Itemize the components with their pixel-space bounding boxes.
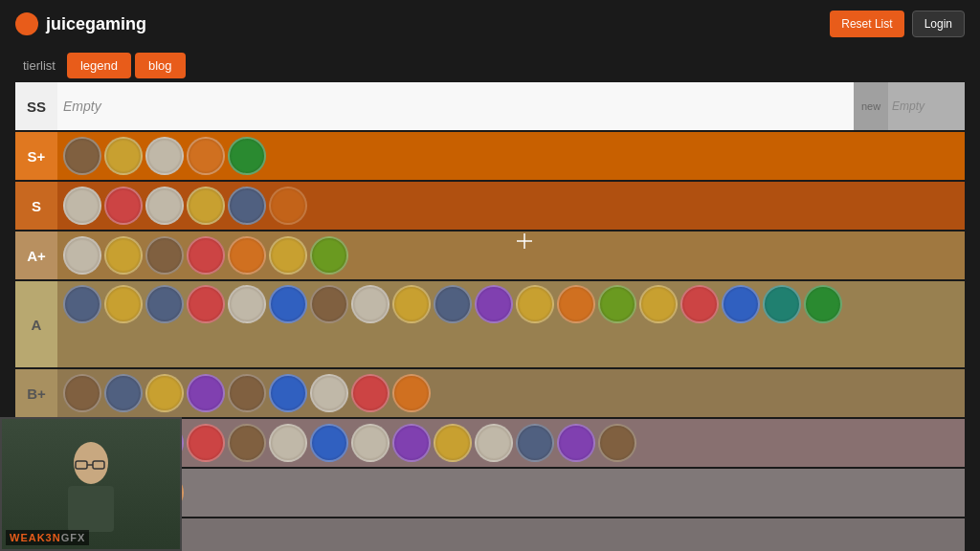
login-button[interactable]: Login bbox=[912, 11, 965, 37]
tier-label-a: A bbox=[15, 281, 57, 367]
hero-avatar[interactable] bbox=[145, 236, 184, 275]
ss-empty-text: Empty bbox=[63, 99, 101, 114]
hero-avatar[interactable] bbox=[310, 236, 348, 275]
tier-content-d[interactable] bbox=[57, 518, 965, 551]
hero-avatar[interactable] bbox=[804, 285, 842, 323]
hero-avatar[interactable] bbox=[187, 137, 225, 175]
hero-avatar[interactable] bbox=[228, 374, 266, 412]
tier-label-s: S bbox=[15, 182, 57, 230]
nav-legend[interactable]: legend bbox=[67, 53, 131, 78]
hero-avatar[interactable] bbox=[104, 187, 143, 225]
hero-avatar[interactable] bbox=[63, 285, 101, 323]
hero-avatar[interactable] bbox=[392, 374, 431, 412]
logo: juicegaming bbox=[15, 12, 146, 35]
svg-point-0 bbox=[74, 442, 108, 484]
tier-content-s[interactable] bbox=[57, 182, 965, 230]
hero-avatar[interactable] bbox=[639, 285, 678, 323]
hero-avatar[interactable] bbox=[598, 424, 636, 462]
hero-avatar[interactable] bbox=[228, 424, 266, 462]
tier-content-c[interactable] bbox=[57, 469, 965, 517]
tier-content-bp[interactable] bbox=[57, 369, 965, 417]
tier-new-label-ss: new bbox=[854, 82, 888, 130]
hero-avatar[interactable] bbox=[104, 374, 143, 412]
logo-text: juicegaming bbox=[46, 14, 146, 34]
hero-avatar[interactable] bbox=[187, 236, 225, 275]
ss-new-empty: Empty bbox=[892, 99, 924, 113]
hero-avatar[interactable] bbox=[104, 236, 143, 275]
hero-avatar[interactable] bbox=[392, 424, 431, 462]
hero-avatar[interactable] bbox=[351, 424, 390, 462]
hero-avatar[interactable] bbox=[434, 424, 472, 462]
hero-avatar[interactable] bbox=[228, 236, 266, 275]
reset-button[interactable]: Reset List bbox=[830, 11, 903, 37]
hero-avatar[interactable] bbox=[187, 187, 225, 225]
tier-row-ss: SS Empty new Empty bbox=[15, 82, 965, 130]
hero-avatar[interactable] bbox=[310, 424, 348, 462]
hero-avatar[interactable] bbox=[680, 285, 719, 323]
hero-avatar[interactable] bbox=[722, 285, 760, 323]
tier-content-a[interactable] bbox=[57, 281, 965, 367]
hero-avatar[interactable] bbox=[187, 424, 225, 462]
hero-avatar[interactable] bbox=[63, 187, 101, 225]
tier-new-content-ss[interactable]: Empty bbox=[888, 82, 965, 130]
header-buttons: Reset List Login bbox=[830, 11, 965, 37]
header: juicegaming Reset List Login bbox=[0, 0, 980, 48]
tier-content-ss[interactable]: Empty bbox=[57, 82, 854, 130]
hero-avatar[interactable] bbox=[434, 285, 472, 323]
hero-avatar[interactable] bbox=[475, 424, 513, 462]
tier-row-sp: S+ bbox=[15, 132, 965, 180]
hero-avatar[interactable] bbox=[63, 374, 101, 412]
tier-label-ap: A+ bbox=[15, 231, 57, 279]
hero-avatar[interactable] bbox=[351, 374, 390, 412]
nav-bar: tierlist legend blog bbox=[0, 48, 980, 82]
hero-avatar[interactable] bbox=[145, 374, 184, 412]
hero-avatar[interactable] bbox=[228, 187, 266, 225]
tier-row-ap: A+ bbox=[15, 231, 965, 279]
hero-avatar[interactable] bbox=[187, 285, 225, 323]
hero-avatar[interactable] bbox=[392, 285, 431, 323]
hero-avatar[interactable] bbox=[351, 285, 390, 323]
webcam-overlay: WEAK3NGFX bbox=[0, 417, 182, 551]
hero-avatar[interactable] bbox=[104, 137, 143, 175]
hero-avatar[interactable] bbox=[475, 285, 513, 323]
hero-avatar[interactable] bbox=[145, 285, 184, 323]
hero-avatar[interactable] bbox=[598, 285, 636, 323]
tier-content-b[interactable] bbox=[57, 419, 965, 467]
hero-avatar[interactable] bbox=[310, 374, 348, 412]
hero-avatar[interactable] bbox=[63, 137, 101, 175]
flame-icon bbox=[15, 12, 38, 35]
hero-avatar[interactable] bbox=[228, 285, 266, 323]
hero-avatar[interactable] bbox=[557, 285, 595, 323]
hero-avatar[interactable] bbox=[228, 137, 266, 175]
hero-avatar[interactable] bbox=[763, 285, 801, 323]
nav-blog[interactable]: blog bbox=[135, 53, 186, 78]
webcam-name-label: WEAK3NGFX bbox=[6, 530, 89, 545]
hero-avatar[interactable] bbox=[269, 285, 307, 323]
tier-content-ap[interactable] bbox=[57, 231, 965, 279]
person-silhouette bbox=[53, 436, 129, 532]
hero-avatar[interactable] bbox=[269, 236, 307, 275]
hero-avatar[interactable] bbox=[104, 285, 143, 323]
tier-row-bp: B+ bbox=[15, 369, 965, 417]
hero-avatar[interactable] bbox=[187, 374, 225, 412]
tier-right-ss: new Empty bbox=[854, 82, 965, 130]
hero-avatar[interactable] bbox=[145, 137, 184, 175]
tier-label-sp: S+ bbox=[15, 132, 57, 180]
hero-avatar[interactable] bbox=[145, 187, 184, 225]
tier-row-a: A bbox=[15, 281, 965, 367]
tier-content-sp[interactable] bbox=[57, 132, 965, 180]
hero-avatar[interactable] bbox=[557, 424, 595, 462]
hero-avatar[interactable] bbox=[516, 424, 554, 462]
tier-label-ss: SS bbox=[15, 82, 57, 130]
hero-avatar[interactable] bbox=[269, 424, 307, 462]
svg-rect-1 bbox=[68, 486, 114, 532]
nav-tierlist-label[interactable]: tierlist bbox=[15, 53, 63, 78]
hero-avatar[interactable] bbox=[269, 187, 307, 225]
hero-avatar[interactable] bbox=[516, 285, 554, 323]
hero-avatar[interactable] bbox=[63, 236, 101, 275]
tier-label-bp: B+ bbox=[15, 369, 57, 417]
tier-row-s: S bbox=[15, 182, 965, 230]
hero-avatar[interactable] bbox=[310, 285, 348, 323]
hero-avatar[interactable] bbox=[269, 374, 307, 412]
